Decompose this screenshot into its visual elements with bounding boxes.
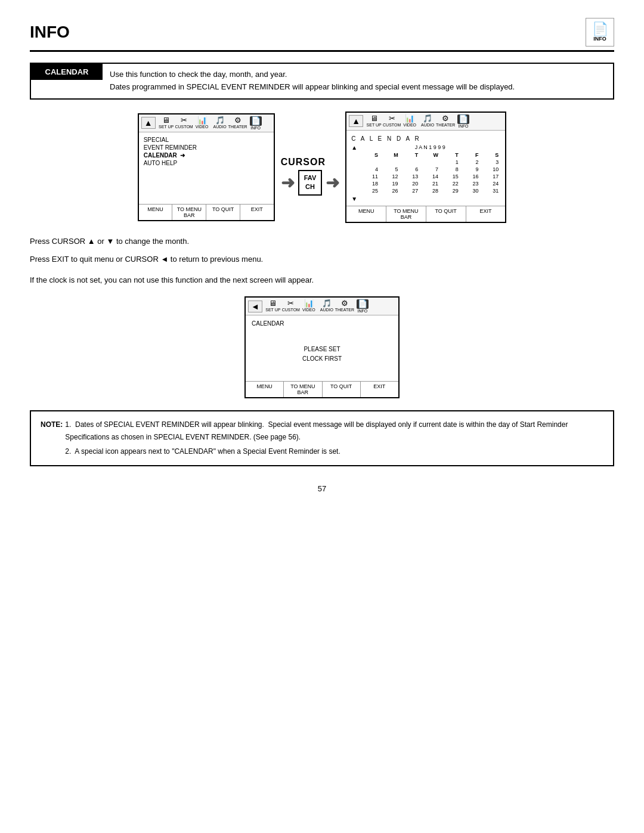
- clock-calendar-label: CALENDAR: [252, 320, 392, 327]
- theater-icon: ⚙ THEATER: [230, 116, 246, 130]
- clock-notice: If the clock is not set, you can not use…: [30, 275, 614, 284]
- feature-description: Use this function to check the day, mont…: [103, 64, 522, 98]
- menu-item-special: SPECIAL: [144, 136, 269, 144]
- toolbar-icons-right: 🖥 SET UP ✂ CUSTOM 📊 VIDEO 🎵 AUDIO ⚙: [366, 114, 472, 128]
- note-item-1: 1. Dates of SPECIAL EVENT REMINDER will …: [65, 419, 603, 443]
- custom-icon-c: ✂ CUSTOM: [283, 299, 299, 313]
- page-number: 57: [30, 484, 614, 493]
- note-item-2: 2. A special icon appears next to "CALEN…: [65, 445, 603, 457]
- toolbar-left-arrow: ◄: [248, 301, 262, 312]
- arrow-right-icon2: ➜: [326, 173, 339, 193]
- calendar-month-year: J A N 1 9 9 9: [360, 144, 500, 150]
- clock-screen-toolbar: ◄ 🖥 SET UP ✂ CUSTOM 📊 VIDEO 🎵 AUDIO: [246, 298, 398, 315]
- toolbar-icons-clock: 🖥 SET UP ✂ CUSTOM 📊 VIDEO 🎵 AUDIO ⚙: [265, 299, 371, 313]
- cursor-arrows: ➜ FAV CH ➜: [281, 170, 340, 196]
- screen-right: ▲ 🖥 SET UP ✂ CUSTOM 📊 VIDEO 🎵 AUDIO: [345, 112, 506, 223]
- title-text: INFO: [30, 23, 70, 42]
- calendar-header-row: S M T W T F S: [360, 151, 500, 159]
- video-icon-r: 📊 VIDEO: [401, 114, 418, 128]
- audio-icon-c: 🎵 AUDIO: [318, 299, 335, 313]
- theater-icon-c: ⚙ THEATER: [336, 299, 353, 313]
- info-icon-c: 📄 INFO: [354, 299, 371, 313]
- audio-icon-r: 🎵 AUDIO: [419, 114, 436, 128]
- feature-row: CALENDAR Use this function to check the …: [30, 63, 614, 100]
- screen-right-toolbar: ▲ 🖥 SET UP ✂ CUSTOM 📊 VIDEO 🎵 AUDIO: [346, 113, 505, 131]
- calendar-week-1: 123: [360, 159, 500, 166]
- cursor-label: CURSOR: [281, 157, 326, 168]
- clock-screen-wrapper: ◄ 🖥 SET UP ✂ CUSTOM 📊 VIDEO 🎵 AUDIO: [30, 296, 614, 398]
- diagrams-row: ▲ 🖥 SET UP ✂ CUSTOM 📊 VIDEO 🎵 AUDIO: [30, 112, 614, 223]
- feature-desc-line2: Dates programmed in SPECIAL EVENT REMIND…: [110, 81, 515, 94]
- clock-screen: ◄ 🖥 SET UP ✂ CUSTOM 📊 VIDEO 🎵 AUDIO: [244, 296, 400, 398]
- screen-left-toolbar: ▲ 🖥 SET UP ✂ CUSTOM 📊 VIDEO 🎵 AUDIO: [139, 114, 274, 132]
- please-set-text: PLEASE SET: [252, 345, 392, 354]
- arrow-right-icon: ➜: [281, 173, 295, 193]
- theater-icon-r: ⚙ THEATER: [437, 114, 454, 128]
- setup-icon-c: 🖥 SET UP: [265, 299, 281, 313]
- note-box: NOTE: 1. Dates of SPECIAL EVENT REMINDER…: [30, 410, 614, 466]
- clock-screen-content: CALENDAR PLEASE SET CLOCK FIRST: [246, 315, 398, 381]
- screen-left-content: SPECIAL EVENT REMINDER CALENDAR ➜ AUTO H…: [139, 132, 274, 204]
- setup-icon-r: 🖥 SET UP: [366, 114, 382, 128]
- feature-label: CALENDAR: [31, 64, 103, 80]
- page-title: INFO 📄 INFO: [30, 18, 614, 52]
- press-cursor-text-1: Press CURSOR ▲ or ▼ to change the month.: [30, 235, 614, 248]
- menu-item-calendar: CALENDAR ➜: [144, 151, 269, 159]
- cal-up-arrow: ▲: [351, 144, 360, 151]
- calendar-week-3: 11121314151617: [360, 173, 500, 180]
- video-icon: 📊 VIDEO: [194, 116, 210, 130]
- screen-right-content: C A L E N D A R ▲ J A N 1 9 9 9 S M T W …: [346, 131, 505, 206]
- calendar-week-5: 25262728293031: [360, 187, 500, 194]
- toolbar-up-arrow-right: ▲: [349, 115, 363, 127]
- menu-item-auto-help: AUTO HELP: [144, 159, 269, 167]
- toolbar-icons-left: 🖥 SET UP ✂ CUSTOM 📊 VIDEO 🎵 AUDIO ⚙: [158, 116, 264, 130]
- screen-right-footer: MENU TO MENU BAR TO QUIT EXIT: [346, 206, 505, 222]
- fav-ch-box: FAV CH: [298, 170, 323, 196]
- custom-icon-r: ✂ CUSTOM: [383, 114, 400, 128]
- cursor-section: CURSOR ➜ FAV CH ➜: [281, 139, 340, 196]
- custom-icon: ✂ CUSTOM: [176, 116, 193, 130]
- clock-please-message: PLEASE SET CLOCK FIRST: [252, 345, 392, 364]
- calendar-week-2: 45678910: [360, 166, 500, 173]
- cal-down-arrow: ▼: [351, 196, 500, 202]
- clock-screen-footer: MENU TO MENU BAR TO QUIT EXIT: [246, 381, 398, 397]
- calendar-data: J A N 1 9 9 9 S M T W T F S 123: [360, 144, 500, 194]
- calendar-grid: S M T W T F S 123 45678910: [360, 151, 500, 194]
- document-icon: 📄: [592, 23, 608, 36]
- note-label: NOTE:: [41, 419, 63, 457]
- screen-left-footer: MENU TO MENU BAR TO QUIT EXIT: [139, 204, 274, 220]
- calendar-week-4: 18192021222324: [360, 180, 500, 187]
- toolbar-up-arrow: ▲: [141, 117, 156, 129]
- clock-first-text: CLOCK FIRST: [252, 354, 392, 364]
- info-icon-box: 📄 INFO: [586, 18, 614, 47]
- info-icon-r: 📄 INFO: [455, 114, 472, 128]
- info-icon: 📄 INFO: [247, 116, 264, 130]
- audio-icon: 🎵 AUDIO: [212, 116, 228, 130]
- screen-left: ▲ 🖥 SET UP ✂ CUSTOM 📊 VIDEO 🎵 AUDIO: [138, 113, 275, 221]
- calendar-title: C A L E N D A R: [351, 135, 500, 142]
- video-icon-c: 📊 VIDEO: [301, 299, 317, 313]
- menu-item-event-reminder: EVENT REMINDER: [144, 144, 269, 151]
- setup-icon: 🖥 SET UP: [158, 116, 175, 130]
- press-cursor-text-2: Press EXIT to quit menu or CURSOR ◄ to r…: [30, 253, 614, 266]
- icon-label: INFO: [593, 36, 606, 42]
- feature-desc-line1: Use this function to check the day, mont…: [110, 69, 515, 81]
